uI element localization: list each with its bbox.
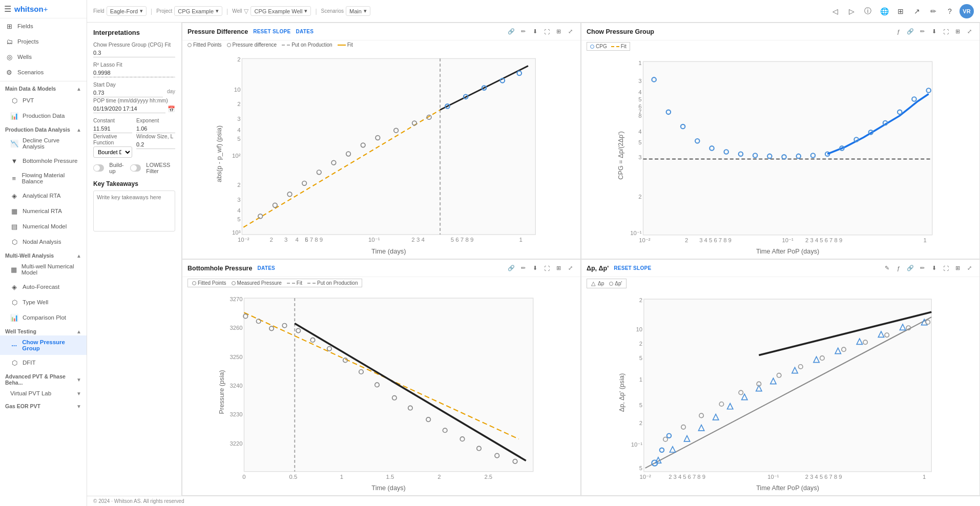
build-up-toggle[interactable] [93,164,104,172]
sidebar-item-fields[interactable]: ⊞ Fields [0,18,87,34]
well-selector[interactable]: Well ▽ CPG Example Well ▾ [232,6,311,16]
collapse-arrow: ▼ [76,404,81,409]
sidebar-item-wells[interactable]: ◎ Wells [0,49,87,65]
project-selector[interactable]: Project CPG Example ▾ [156,6,222,16]
toolbar-grid[interactable]: ⊞ [952,27,963,37]
section-well-testing[interactable]: Well Testing ▲ [0,325,87,335]
sidebar-item-dfit[interactable]: ⬡ DFIT [0,355,87,370]
field-value-dropdown[interactable]: Eagle-Ford ▾ [107,6,147,16]
toolbar-link[interactable]: 🔗 [905,27,915,37]
project-value-dropdown[interactable]: CPG Example ▾ [174,6,222,16]
section-multi-well[interactable]: Multi-Well Analysis ▲ [0,249,87,260]
edit-icon[interactable]: ✏ [927,5,940,18]
window-size-input[interactable] [136,140,175,149]
hamburger-icon[interactable]: ☰ [4,4,11,14]
toolbar-edit[interactable]: ✏ [917,27,927,37]
sidebar-item-flowing-material[interactable]: ≡ Flowing Material Balance [0,168,87,188]
sidebar-item-pvt[interactable]: ⬡ PVT [0,93,87,108]
toolbar-link[interactable]: 🔗 [506,263,516,273]
section-gas-eor[interactable]: Gas EOR PVT ▼ [0,400,87,410]
toolbar-fullscreen-crop[interactable]: ⛶ [541,27,552,37]
sidebar-item-nodal[interactable]: ⬡ Nodal Analysis [0,234,87,249]
toolbar-crop[interactable]: ⛶ [941,263,951,273]
toolbar-crop[interactable]: ⛶ [541,263,552,273]
start-day-label: Start Day [93,81,163,88]
section-advanced-pvt[interactable]: Advanced PVT & Phase Beha... ▼ [0,370,87,387]
sidebar-item-decline-curve[interactable]: 📉 Decline Curve Analysis [0,134,87,153]
chow-pressure-group-chart: Chow Pressure Group ƒ 🔗 ✏ ⬇ ⛶ ⊞ ⤢ [581,23,980,259]
sidebar-item-bottomhole[interactable]: ▼ Bottomhole Pressure [0,153,87,168]
section-main-data[interactable]: Main Data & Models ▲ [0,82,87,93]
sidebar-item-numerical-model[interactable]: ▤ Numerical Model [0,219,87,234]
share-icon[interactable]: ↗ [910,5,924,18]
deriv-func-select[interactable]: Bourdet Derivative Standard [93,146,132,158]
section-label: Gas EOR PVT [5,403,40,409]
svg-text:10⁻²: 10⁻² [639,237,651,243]
legend-pressure-diff: Pressure difference [227,42,277,48]
constant-input[interactable] [93,124,132,133]
toolbar-expand[interactable]: ⊞ [553,27,564,37]
sidebar-item-label: Multi-well Numerical Model [22,263,81,276]
sidebar-item-production-data[interactable]: 📊 Production Data [0,108,87,123]
sidebar-item-label: Production Data [23,113,65,119]
key-takeaways-textarea[interactable] [93,191,175,231]
toolbar-func[interactable]: ƒ [893,263,904,273]
toolbar-maximize[interactable]: ⤢ [565,27,575,37]
reset-slope-btn[interactable]: RESET SLOPE [253,29,290,34]
sidebar-item-type-well[interactable]: ⬡ Type Well [0,294,87,310]
sidebar-item-comparison-plot[interactable]: 📊 Comparison Plot [0,310,87,325]
sidebar-item-multi-well-numerical[interactable]: ▦ Multi-well Numerical Model [0,260,87,279]
charts-area: Pressure Difference RESET SLOPE DATES 🔗 … [182,23,980,496]
exponent-input[interactable] [136,124,175,133]
sidebar-item-auto-forecast[interactable]: ◈ Auto-Forecast [0,279,87,294]
toolbar-grid[interactable]: ⊞ [553,263,564,273]
toolbar-download[interactable]: ⬇ [929,263,939,273]
user-avatar[interactable]: VR [960,4,974,18]
scenarios-value: Main [349,8,362,14]
sidebar-item-numerical-rta[interactable]: ▦ Numerical RTA [0,203,87,219]
toolbar-link[interactable]: 🔗 [905,263,915,273]
toolbar-pencil[interactable]: ✎ [882,263,892,273]
cpg-fit-input[interactable] [93,49,175,57]
info-icon[interactable]: ⓘ [861,5,874,18]
scenarios-selector[interactable]: Scenarios Main ▾ [321,6,370,16]
reset-slope-btn-2[interactable]: RESET SLOPE [614,265,651,271]
collapse-arrow: ▲ [76,329,81,334]
toolbar-download[interactable]: ⬇ [530,27,540,37]
toolbar-crop[interactable]: ⛶ [941,27,951,37]
back-button[interactable]: ◁ [828,5,842,18]
footer: © 2024 · Whitson AS. All rights reserved [87,496,980,506]
lowess-filter-toggle[interactable] [130,164,141,172]
toolbar-edit[interactable]: ✏ [518,263,528,273]
toolbar-maximize[interactable]: ⤢ [964,263,974,273]
r2-lasso-input[interactable] [93,69,175,77]
bhp-dates-btn[interactable]: DATES [257,265,275,271]
start-day-input[interactable] [93,89,163,97]
forward-button[interactable]: ▷ [845,5,858,18]
well-value-dropdown[interactable]: CPG Example Well ▾ [251,6,311,16]
globe-icon[interactable]: 🌐 [878,5,891,18]
help-icon[interactable]: ? [943,5,956,18]
field-selector[interactable]: Field Eagle-Ford ▾ [93,6,147,16]
dates-btn[interactable]: DATES [296,29,314,34]
toolbar-edit[interactable]: ✏ [917,263,927,273]
sidebar-item-label: Numerical Model [23,223,67,229]
toolbar-edit[interactable]: ✏ [518,27,528,37]
toolbar-download[interactable]: ⬇ [929,27,939,37]
toolbar-download[interactable]: ⬇ [530,263,540,273]
calendar-icon[interactable]: 📅 [168,106,175,113]
sidebar-item-analytical-rta[interactable]: ◈ Analytical RTA [0,188,87,203]
toolbar-link[interactable]: 🔗 [506,27,516,37]
sidebar-item-scenarios[interactable]: ⚙ Scenarios [0,65,87,80]
toolbar-func[interactable]: ƒ [893,27,904,37]
toolbar-grid[interactable]: ⊞ [952,263,963,273]
toolbar-maximize[interactable]: ⤢ [964,27,974,37]
section-prod-analysis[interactable]: Production Data Analysis ▲ [0,123,87,134]
sidebar-item-virtual-pvt[interactable]: Virtual PVT Lab ▼ [0,387,87,400]
scenarios-value-dropdown[interactable]: Main ▾ [346,6,370,16]
sidebar-item-projects[interactable]: 🗂 Projects [0,34,87,49]
sidebar-item-chow-pressure-group[interactable]: ··· Chow Pressure Group [0,335,87,355]
grid-icon[interactable]: ⊞ [894,5,907,18]
pop-time-input[interactable] [93,104,165,113]
toolbar-maximize[interactable]: ⤢ [565,263,575,273]
